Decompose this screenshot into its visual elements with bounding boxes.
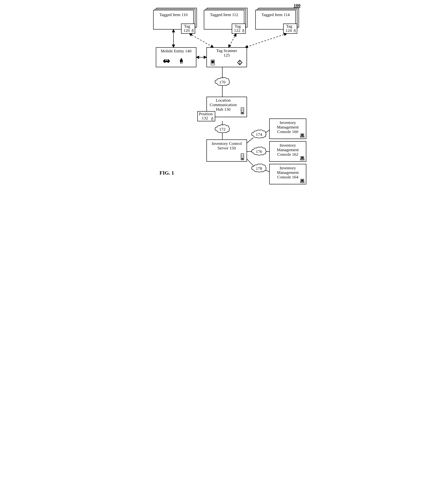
svg-text:170: 170: [219, 80, 225, 84]
svg-text:Location: Location: [216, 98, 231, 102]
pda-icon: [211, 60, 215, 65]
server-icon: [241, 108, 244, 114]
svg-text:120: 120: [184, 28, 190, 33]
svg-text:Tag Scanner: Tag Scanner: [216, 48, 237, 53]
svg-text:Server 150: Server 150: [217, 146, 236, 150]
svg-text:122: 122: [234, 28, 240, 33]
edge-tag122-scanner: [228, 33, 236, 47]
node-tag-scanner: Tag Scanner 125: [207, 47, 247, 67]
svg-text:Management: Management: [277, 125, 299, 129]
svg-text:132: 132: [202, 116, 208, 120]
svg-text:Console 160: Console 160: [277, 129, 298, 134]
svg-text:Inventory Control: Inventory Control: [211, 141, 242, 146]
node-mobile-entity: Mobile Entity 140: [156, 47, 196, 67]
svg-text:Position: Position: [199, 112, 213, 116]
edge-server-178: [247, 159, 253, 166]
node-tagged-item-114: Tagged Item 114 Tag124: [256, 8, 299, 33]
antenna-icon: [211, 117, 213, 120]
svg-text:Management: Management: [277, 147, 299, 152]
svg-text:Tag: Tag: [235, 24, 241, 28]
node-console-164: InventoryManagementConsole 164: [270, 164, 306, 184]
svg-text:178: 178: [256, 166, 262, 171]
svg-text:Mobile Entity 140: Mobile Entity 140: [161, 49, 191, 53]
pc-icon: [300, 156, 304, 160]
cloud-176: 176: [252, 147, 266, 155]
pc-icon: [300, 179, 304, 183]
figure-number: 100: [294, 3, 300, 8]
svg-text:Tag: Tag: [184, 24, 190, 28]
node-console-160: InventoryManagementConsole 160: [270, 119, 306, 139]
figure-label: FIG. 1: [159, 170, 174, 176]
diagram-fig-1: 100 Tagged Item 110 Tag120 Tagged Item 1…: [137, 0, 311, 187]
svg-text:125: 125: [224, 53, 230, 57]
svg-text:Inventory: Inventory: [280, 120, 296, 125]
cloud-170: 170: [215, 78, 230, 86]
antenna-icon: [192, 29, 193, 32]
svg-text:176: 176: [256, 149, 262, 154]
svg-text:Communication: Communication: [210, 102, 237, 107]
cloud-178: 178: [252, 164, 266, 172]
pc-icon: [300, 134, 304, 137]
svg-text:Inventory: Inventory: [280, 143, 296, 147]
svg-text:124: 124: [285, 28, 292, 33]
node-console-162: InventoryManagementConsole 162: [270, 141, 306, 161]
edge-174-c160: [266, 130, 270, 133]
svg-text:Tagged Item 110: Tagged Item 110: [159, 12, 187, 17]
cloud-174: 174: [252, 130, 266, 138]
node-inventory-server: Inventory Control Server 150: [207, 140, 247, 161]
server-icon: [241, 154, 244, 160]
cloud-172: 172: [215, 125, 230, 133]
svg-text:Management: Management: [277, 170, 299, 175]
svg-text:172: 172: [219, 127, 225, 132]
svg-text:Tagged Item 114: Tagged Item 114: [261, 12, 290, 17]
svg-text:Hub 130: Hub 130: [216, 107, 230, 112]
svg-text:Tagged Item 112: Tagged Item 112: [210, 12, 238, 17]
svg-text:Tag: Tag: [286, 24, 292, 28]
node-tagged-item-110: Tagged Item 110 Tag120: [153, 8, 197, 33]
antenna-icon: [294, 29, 296, 32]
svg-text:Console 162: Console 162: [277, 152, 298, 157]
edge-tag120-scanner: [189, 33, 214, 47]
svg-text:Inventory: Inventory: [280, 166, 296, 170]
node-tagged-item-112: Tagged Item 112 Tag122: [204, 8, 247, 33]
edge-178-c164: [266, 170, 270, 172]
edge-server-174: [247, 138, 253, 143]
antenna-icon: [243, 29, 244, 32]
edge-tag124-scanner: [245, 33, 287, 47]
svg-text:Console 164: Console 164: [277, 175, 298, 179]
node-location-hub: Location Communication Hub 130 Position1…: [198, 97, 247, 121]
svg-text:174: 174: [256, 132, 262, 137]
